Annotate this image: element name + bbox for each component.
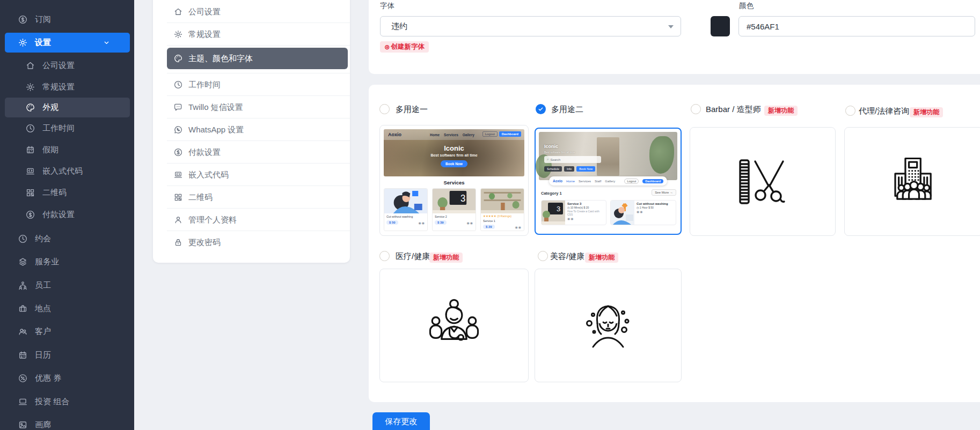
settings-menu-twilio-sms[interactable]: Twillo 短信设置: [153, 96, 350, 118]
theme-thumbnail-agency-legal[interactable]: [844, 127, 980, 236]
listing-desc: How To Create a Card with CSS: [567, 210, 604, 216]
theme-label: 医疗/健康: [396, 251, 430, 262]
users-icon: [18, 327, 28, 337]
chat-icon: [173, 102, 183, 112]
settings-menu-theme-wrap: 主题、颜色和字体: [153, 48, 350, 73]
sidebar-item-label: 服务业: [35, 257, 59, 267]
palette-icon: [173, 54, 183, 63]
thumb1-nav-item: Services: [444, 133, 458, 137]
color-label: 颜色: [739, 1, 754, 11]
sidebar-item-company-settings[interactable]: 公司设置: [0, 57, 134, 73]
listing-meta: ◷ 1 Hour $ 50: [637, 206, 668, 209]
settings-menu-card: 公司设置 常规设置 主题、颜色和字体 工作时间 Twillo 短信设置 What…: [153, 0, 350, 263]
person-illustration: [611, 201, 634, 225]
check-icon: [538, 106, 544, 112]
sidebar-item-coupons[interactable]: 优惠 券: [0, 370, 134, 386]
clock-icon: [173, 80, 183, 90]
settings-menu-theme-colors-fonts[interactable]: 主题、颜色和字体: [167, 48, 348, 69]
thumb1-card-title: Service 1: [483, 219, 522, 223]
theme-thumbnail-multipurpose-2[interactable]: Iconic Best software firm all time ⌕ Sea…: [535, 128, 682, 235]
sidebar-item-label: 工作时间: [42, 123, 75, 134]
settings-menu-label: 管理个人资料: [188, 215, 237, 225]
sidebar-item-working-hours[interactable]: 工作时间: [0, 120, 134, 136]
sidebar-item-services[interactable]: 服务业: [0, 254, 134, 270]
radio-theme-beauty-health[interactable]: [538, 251, 548, 261]
user-icon: [173, 215, 183, 225]
settings-menu-manage-profile[interactable]: 管理个人资料: [153, 209, 350, 231]
thumb2-listing-card: 3 Service 3 ◷ 10 Mins(s) $ 20 How To Cre…: [541, 200, 606, 225]
sidebar-item-appearance[interactable]: 外观: [5, 98, 130, 117]
thumb1-subtitle: Best software firm all time: [384, 153, 524, 157]
palette-icon: [25, 102, 35, 113]
sidebar-item-gallery[interactable]: 画廊: [0, 417, 134, 430]
price-badge: $ 29: [483, 225, 495, 229]
sidebar-item-subscription[interactable]: 订阅: [0, 11, 134, 27]
settings-menu-whatsapp[interactable]: WhatsApp 设置: [153, 118, 350, 141]
theme-thumbnail-beauty-health[interactable]: [535, 269, 682, 382]
qr-icon: [173, 192, 183, 202]
thumb1-nav-item: Gallery: [463, 133, 474, 137]
thumb1-nav-item: Home: [430, 133, 440, 137]
sidebar-item-label: 订阅: [35, 14, 51, 25]
settings-menu-company[interactable]: 公司设置: [153, 1, 350, 23]
settings-menu-working-hours[interactable]: 工作时间: [153, 73, 350, 96]
laptop-icon: [173, 170, 183, 180]
dollar-circle-icon: [173, 147, 183, 157]
create-font-label: 创建新字体: [391, 42, 425, 51]
theme-label: 代理/法律咨询: [859, 106, 909, 116]
theme-thumbnail-medical-health[interactable]: [379, 269, 529, 382]
new-feature-badge: 新增功能: [585, 253, 618, 263]
thumb1-services-heading: Services: [384, 180, 524, 186]
thumb1-card-footer: $ 29 ◉◉: [483, 225, 522, 229]
theme-thumbnail-multipurpose-1[interactable]: Aoxio Home Services Gallery Logout Dashb…: [379, 125, 529, 236]
theme-thumbnail-barber[interactable]: [690, 127, 836, 236]
thumb2-nav-item: Services: [579, 180, 591, 183]
radio-theme-agency-legal[interactable]: [845, 106, 855, 116]
search-icon: ⌕: [547, 158, 548, 161]
sidebar-item-label: 日历: [35, 350, 51, 360]
sidebar-item-calendar[interactable]: 日历: [0, 347, 134, 363]
thumb1-service-card: Cut without washing $ 50 ◉◉: [384, 188, 428, 231]
thumb1-service-cards: Cut without washing $ 50 ◉◉ 3 Service 2 …: [384, 188, 524, 231]
sidebar-item-customers[interactable]: 客户: [0, 323, 134, 339]
sidebar-item-payment-settings[interactable]: 付款设置: [0, 206, 134, 223]
sidebar-item-label: 二维码: [42, 188, 67, 198]
settings-menu-change-password[interactable]: 更改密码: [153, 231, 350, 254]
sidebar-item-general-settings[interactable]: 常规设置: [0, 79, 134, 95]
thumb1-hero: Aoxio Home Services Gallery Logout Dashb…: [384, 129, 524, 176]
settings-menu-general[interactable]: 常规设置: [153, 23, 350, 46]
sidebar-item-qr-code[interactable]: 二维码: [0, 184, 134, 201]
sidebar-item-embed-code[interactable]: 嵌入式代码: [0, 163, 134, 179]
sidebar-item-portfolio[interactable]: 投资 组合: [0, 394, 134, 410]
settings-menu-label: 常规设置: [188, 29, 221, 40]
radio-theme-multipurpose-2[interactable]: [536, 104, 546, 114]
thumb2-logout-button: Logout: [624, 179, 639, 184]
thumb1-logout-button: Logout: [482, 131, 498, 137]
chevron-down-icon: [103, 39, 111, 47]
thumb1-card-title: Service 2: [435, 215, 473, 218]
radio-theme-barber[interactable]: [691, 104, 701, 114]
sidebar-item-holidays[interactable]: 假期: [0, 142, 134, 158]
doctor-team-icon: [426, 297, 482, 354]
font-select[interactable]: 违约: [380, 16, 681, 36]
radio-theme-multipurpose-1[interactable]: [379, 104, 390, 114]
color-swatch[interactable]: [711, 16, 730, 36]
settings-menu-payment[interactable]: 付款设置: [153, 141, 350, 164]
sidebar-item-settings[interactable]: 设置: [5, 33, 130, 53]
settings-menu-qr-code[interactable]: 二维码: [153, 186, 350, 209]
radio-theme-medical-health[interactable]: [379, 251, 390, 261]
sidebar-item-staff[interactable]: 员工: [0, 277, 134, 293]
sidebar-item-label: 外观: [42, 102, 58, 113]
sidebar-item-label: 员工: [35, 280, 51, 291]
color-hex-input[interactable]: [738, 16, 975, 36]
create-new-font-link[interactable]: ⊛创建新字体: [380, 41, 429, 53]
settings-menu-label: 付款设置: [188, 147, 221, 158]
sidebar-item-locations[interactable]: 地点: [0, 300, 134, 316]
qr-icon: [25, 188, 35, 198]
save-changes-button[interactable]: 保存更改: [372, 412, 430, 430]
beauty-face-icon: [581, 299, 635, 352]
settings-menu-embed-code[interactable]: 嵌入式代码: [153, 164, 350, 186]
font-color-card: 字体 违约 ⊛创建新字体 颜色: [369, 0, 980, 74]
sidebar-item-appointments[interactable]: 约会: [0, 231, 134, 247]
thumb2-chips: Schedule Info Book Now: [544, 166, 595, 172]
